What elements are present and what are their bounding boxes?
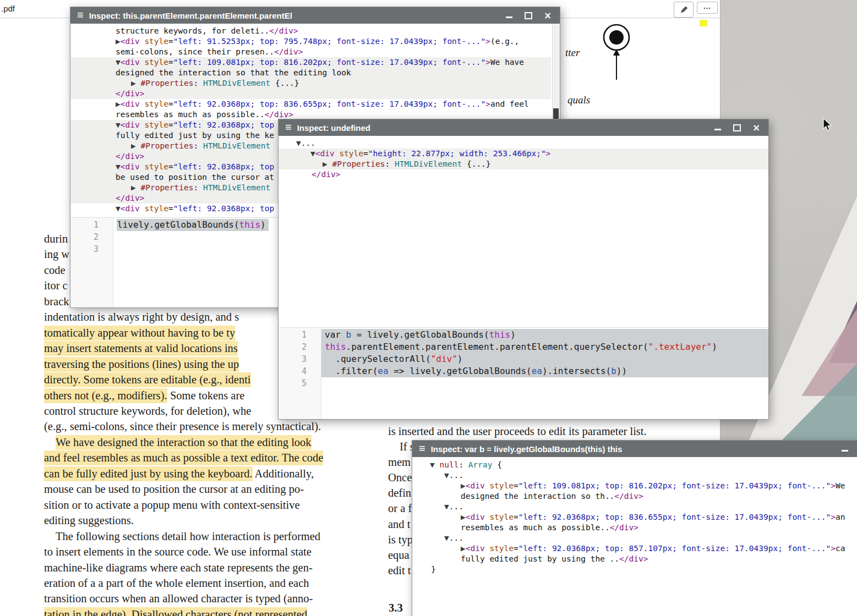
code-line[interactable]: this.parentElement.parentElement.parentE… <box>321 341 768 353</box>
dom-tree-row[interactable]: ▶<div style="left: 92.0368px; top: 857.1… <box>412 543 857 554</box>
text-segment: style <box>144 37 168 46</box>
text-segment: {...} <box>270 79 299 87</box>
code-line[interactable]: .querySelectorAll("div") <box>321 353 768 365</box>
line-number: 1 <box>70 219 99 231</box>
disclosure-arrow-icon[interactable]: ▼ <box>310 149 315 158</box>
window-titlebar[interactable]: ≡ Inspect: undefined × <box>279 119 768 136</box>
pdf-text: The following sections detail how intera… <box>56 530 320 542</box>
minimize-button[interactable] <box>505 11 514 20</box>
dom-tree-row[interactable]: } <box>412 564 857 575</box>
text-segment: Array <box>468 460 493 469</box>
more-options-button[interactable]: ... <box>697 2 718 14</box>
disclosure-arrow-icon[interactable]: ▶ <box>131 183 140 192</box>
dom-tree-row[interactable]: ▼... <box>412 502 857 512</box>
minimize-button[interactable] <box>840 444 849 453</box>
dom-tree-row[interactable]: ▶ #Properties: HTMLDivElement {...} <box>70 78 551 89</box>
dom-tree-row[interactable]: ▶<div style="left: 109.081px; top: 816.2… <box>412 481 857 491</box>
close-button[interactable]: × <box>543 11 552 20</box>
text-segment: : <box>194 183 203 192</box>
window-menu-icon[interactable]: ≡ <box>285 122 292 133</box>
disclosure-arrow-icon[interactable]: ▼ <box>444 502 449 511</box>
dom-tree-row[interactable]: ▶<div style="left: 92.0368px; top: 836.6… <box>70 99 551 109</box>
dom-tree-row[interactable]: ▼<div style="height: 22.877px; width: 25… <box>279 148 768 159</box>
text-segment: <div <box>121 58 145 67</box>
dom-tree-row[interactable]: ▶<div style="left: 92.0368px; top: 836.6… <box>412 512 857 522</box>
text-segment: > <box>485 37 490 46</box>
close-button[interactable]: × <box>752 123 761 132</box>
text-segment: <div <box>121 204 145 213</box>
dom-tree-row[interactable]: ▶<div style="left: 91.5253px; top: 795.7… <box>70 36 551 47</box>
window-titlebar[interactable]: ≡ Inspect: var b = lively.getGlobalBound… <box>412 441 857 457</box>
disclosure-arrow-icon[interactable]: ▶ <box>323 160 332 168</box>
text-segment: = <box>168 162 173 171</box>
disclosure-arrow-icon[interactable]: ▶ <box>116 37 121 46</box>
text-segment: var <box>325 329 346 340</box>
pdf-text-line: and feel resembles as much as possible a… <box>44 450 374 465</box>
disclosure-arrow-icon[interactable]: ▼ <box>444 471 449 480</box>
dom-tree-row[interactable]: designed the interaction so that the edi… <box>70 68 551 78</box>
dom-tree-row[interactable]: ▶ #Properties: HTMLDivElement {...} <box>279 159 768 169</box>
dom-tree-row[interactable]: </div> <box>279 169 768 180</box>
dom-tree-row[interactable]: structure keywords, for deleti..</div> <box>70 26 551 36</box>
dom-tree-row[interactable]: ▼... <box>279 138 768 148</box>
text-segment: <div <box>121 100 145 108</box>
dom-tree-row[interactable]: ▼ null: Array { <box>412 460 857 470</box>
dom-tree-row[interactable]: ▼... <box>412 533 857 543</box>
disclosure-arrow-icon[interactable]: ▼ <box>116 204 121 213</box>
minimize-button[interactable] <box>713 123 722 132</box>
dom-tree-row[interactable]: designed the interaction so th..</div> <box>412 491 857 502</box>
dom-tree-row[interactable]: </div> <box>70 89 551 99</box>
disclosure-arrow-icon[interactable]: ▶ <box>461 481 466 490</box>
edit-annotate-button[interactable] <box>674 2 694 18</box>
disclosure-arrow-icon[interactable]: ▶ <box>131 141 140 150</box>
text-segment: resembles as much as possible.. <box>116 110 265 119</box>
code-line[interactable] <box>321 377 768 389</box>
line-number: 1 <box>279 329 307 341</box>
text-segment: = <box>168 100 173 108</box>
text-segment: designed the interaction so th.. <box>461 492 614 501</box>
dom-tree: ▼...▼<div style="height: 22.877px; width… <box>279 136 768 327</box>
disclosure-arrow-icon[interactable]: ▶ <box>461 544 466 553</box>
pdf-text: is typ <box>388 534 413 546</box>
disclosure-arrow-icon[interactable]: ▶ <box>461 513 466 521</box>
code-line[interactable]: var b = lively.getGlobalBounds(this) <box>321 329 768 341</box>
text-segment: ca <box>836 544 845 553</box>
maximize-button[interactable] <box>524 11 533 20</box>
window-menu-icon[interactable]: ≡ <box>419 443 425 454</box>
text-segment: We have <box>490 58 524 67</box>
window-titlebar[interactable]: ≡ Inspect: this.parentElement.parentElem… <box>70 7 560 24</box>
minimize-icon <box>714 129 721 130</box>
text-segment: ... <box>449 502 463 511</box>
text-segment: = <box>514 481 518 490</box>
text-segment: style <box>144 58 168 67</box>
disclosure-arrow-icon[interactable]: ▼ <box>116 58 121 67</box>
disclosure-arrow-icon[interactable]: ▼ <box>116 120 121 129</box>
code-line[interactable]: .filter(ea => lively.getGlobalBounds(ea)… <box>321 365 768 377</box>
disclosure-arrow-icon[interactable]: ▼ <box>116 162 121 171</box>
dom-tree-row[interactable]: semi-colons, since their presen..</div> <box>70 47 551 57</box>
text-segment: } <box>431 565 436 574</box>
text-segment: designed the interaction so that the edi… <box>116 68 351 77</box>
text-segment: </div> <box>312 170 340 179</box>
text-segment: .parentElement.parentElement.parentEleme… <box>346 342 648 352</box>
disclosure-arrow-icon[interactable]: ▼ <box>430 460 439 469</box>
disclosure-arrow-icon[interactable]: ▼ <box>444 534 449 542</box>
dom-tree-row[interactable]: ▼<div style="left: 109.081px; top: 816.2… <box>70 57 551 68</box>
maximize-icon <box>733 124 741 131</box>
text-segment: = <box>168 120 173 129</box>
text-segment: ).intersects( <box>542 366 611 376</box>
disclosure-arrow-icon[interactable]: ▶ <box>116 100 121 108</box>
window-menu-icon[interactable]: ≡ <box>77 9 84 20</box>
pdf-text: itor c <box>44 279 68 292</box>
dom-tree-row[interactable]: fully edited just by using the ..</div> <box>412 554 857 564</box>
highlight-color-swatch[interactable] <box>700 20 707 26</box>
disclosure-arrow-icon[interactable]: ▶ <box>131 79 140 87</box>
code-editor[interactable]: var b = lively.getGlobalBounds(this)this… <box>321 328 768 419</box>
text-segment: = <box>168 37 173 46</box>
disclosure-arrow-icon[interactable]: ▼ <box>296 139 301 147</box>
pdf-text-line: tation in the edge). Disallowed characte… <box>44 607 374 616</box>
dom-tree-row[interactable]: resembles as much as possible..</div> <box>412 522 857 533</box>
dom-tree-row[interactable]: ▼... <box>412 470 857 481</box>
maximize-button[interactable] <box>733 123 741 132</box>
pdf-text-line: (e.g., semi-colons, since their presence… <box>44 419 374 434</box>
